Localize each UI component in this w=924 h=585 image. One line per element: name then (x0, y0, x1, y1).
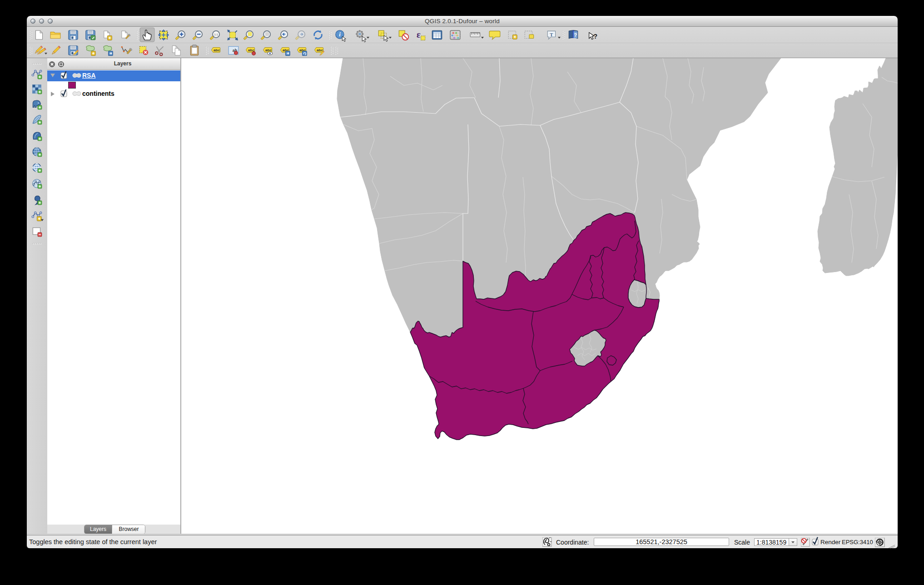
svg-text:?: ? (593, 33, 597, 40)
svg-text:ε: ε (417, 30, 421, 40)
svg-text:abc: abc (214, 48, 220, 52)
svg-text:T: T (550, 32, 553, 37)
svg-text:i: i (339, 31, 341, 38)
svg-text:1:1: 1:1 (214, 33, 218, 36)
svg-text:?: ? (574, 32, 577, 38)
svg-text:abc: abc (317, 48, 323, 52)
